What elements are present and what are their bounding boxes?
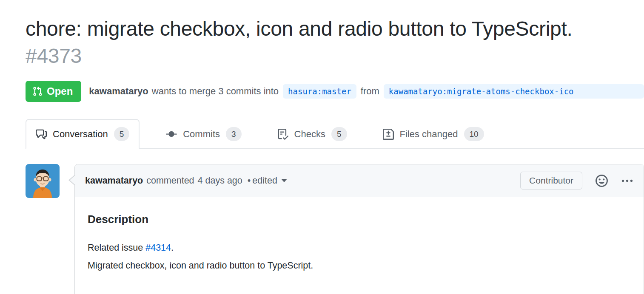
tab-counter: 10 — [464, 127, 484, 141]
avatar-illustration — [26, 164, 60, 198]
edited-label: edited — [252, 175, 277, 186]
issue-link[interactable]: #4314 — [145, 243, 171, 253]
tab-label: Files changed — [400, 129, 458, 140]
checklist-icon — [277, 129, 288, 140]
comment-header: kawamataryo commented 4 days ago • edite… — [75, 164, 644, 197]
kebab-horizontal-icon — [621, 175, 633, 187]
pr-title: chore: migrate checkbox, icon and radio … — [26, 15, 619, 70]
comment-timestamp-link[interactable]: 4 days ago — [198, 175, 242, 186]
comment-options-button[interactable] — [621, 175, 633, 187]
tab-commits[interactable]: Commits 3 — [157, 120, 251, 148]
tab-counter: 5 — [114, 127, 130, 141]
pr-tabnav: Conversation 5 Commits 3 Checks 5 Files … — [26, 119, 644, 149]
pr-meta-row: Open kawamataryo wants to merge 3 commit… — [26, 81, 644, 102]
git-pull-request-icon — [32, 86, 43, 96]
contributor-badge: Contributor — [520, 172, 582, 189]
tab-label: Commits — [183, 129, 220, 140]
pr-number: #4373 — [26, 45, 82, 67]
merge-meta-text: wants to merge 3 commits into — [152, 86, 279, 97]
comment-header-actions: Contributor — [520, 172, 633, 189]
tab-counter: 3 — [226, 127, 242, 141]
avatar[interactable] — [26, 164, 60, 198]
pr-title-text: chore: migrate checkbox, icon and radio … — [26, 17, 573, 40]
timeline-comment: kawamataryo commented 4 days ago • edite… — [26, 164, 644, 294]
tab-conversation[interactable]: Conversation 5 — [26, 119, 140, 149]
add-reaction-button[interactable] — [595, 174, 608, 187]
pr-author-link[interactable]: kawamataryo — [89, 86, 148, 97]
tab-checks[interactable]: Checks 5 — [268, 120, 356, 148]
chevron-down-icon — [281, 179, 287, 182]
head-branch-label: kawamataryo:migrate-atoms-checkbox-ico — [384, 84, 644, 99]
git-commit-icon — [166, 129, 177, 140]
status-badge-label: Open — [47, 85, 73, 97]
comment-body: Description Related issue #4314. Migrate… — [75, 197, 644, 290]
comment-discussion-icon — [36, 129, 47, 140]
tab-counter: 5 — [331, 127, 347, 141]
comment-body-heading: Description — [88, 213, 631, 226]
status-badge-open: Open — [26, 81, 81, 102]
comment-action-text: commented — [146, 175, 194, 186]
file-diff-icon — [383, 129, 394, 140]
from-text: from — [361, 86, 379, 97]
related-issue-text: Related issue — [88, 243, 145, 253]
comment-body-line2: Migrated checkbox, icon and radio button… — [88, 260, 313, 271]
dot-separator: • — [248, 175, 251, 186]
comment-author-link[interactable]: kawamataryo — [85, 175, 143, 186]
tab-label: Checks — [294, 129, 325, 140]
pr-page: chore: migrate checkbox, icon and radio … — [26, 15, 644, 294]
comment-box: kawamataryo commented 4 days ago • edite… — [74, 164, 644, 294]
tab-files-changed[interactable]: Files changed 10 — [373, 120, 493, 148]
period-text: . — [171, 243, 174, 253]
smiley-icon — [595, 174, 608, 187]
tab-label: Conversation — [53, 129, 108, 140]
base-branch-label: hasura:master — [283, 84, 356, 99]
edited-dropdown[interactable]: edited — [252, 175, 287, 186]
comment-body-paragraph: Related issue #4314. Migrated checkbox, … — [88, 239, 631, 274]
